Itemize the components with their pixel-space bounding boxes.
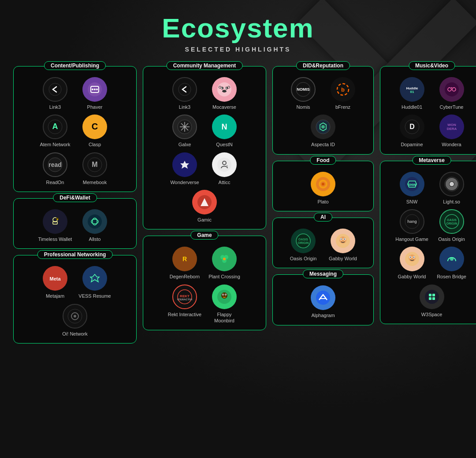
item-alphagram[interactable]: Alphagram — [305, 285, 341, 318]
gabby-meta-label: Gabby World — [398, 273, 426, 280]
item-wondera[interactable]: WONDERA Wondera — [434, 114, 469, 148]
dopamine-label: Dopamine — [401, 141, 423, 148]
column-3: DID&Reputation NOMIS Nomis b bFrenz — [272, 66, 374, 325]
ai-items: OASISORIGIN Oasis Origin Gabby World — [277, 229, 369, 262]
item-rekt-interactive[interactable]: REKTINTERACTIVE Rekt Interactive — [167, 284, 202, 324]
item-galxe[interactable]: Galxe — [167, 114, 202, 148]
item-bfrenz[interactable]: b bFrenz — [325, 77, 361, 110]
item-oi-network[interactable]: Oi! Network — [57, 304, 93, 337]
svg-text:ORIGIN: ORIGIN — [298, 241, 309, 244]
item-w3space[interactable]: W3Space — [414, 284, 450, 318]
content-publishing-items: Link3 Phaver A Atem Network — [18, 77, 132, 185]
wonderverse-icon — [172, 152, 197, 177]
svg-text:SNW: SNW — [408, 183, 416, 187]
svg-point-32 — [226, 88, 227, 89]
bfrenz-icon: b — [331, 77, 355, 102]
svg-point-27 — [178, 83, 191, 96]
svg-point-31 — [221, 88, 223, 89]
defi-items: ★ Timeless Wallet Allsto — [18, 209, 132, 242]
item-dopamine[interactable]: D Dopamine — [394, 114, 430, 148]
item-wonderverse[interactable]: Wonderverse — [167, 152, 202, 185]
item-gabby-world-meta[interactable]: Gabby World — [394, 247, 430, 280]
item-snw[interactable]: SNW SNW — [394, 172, 430, 205]
item-phaver[interactable]: Phaver — [77, 77, 112, 110]
item-plato[interactable]: Plato — [305, 172, 341, 205]
lightso-icon — [439, 172, 464, 196]
svg-text:read: read — [48, 161, 62, 168]
page-subtitle: SELECTED HIGHLIGHTS — [13, 46, 463, 53]
game-items: R DegenReborn Plant Crossing REKTINTERAC… — [148, 247, 261, 324]
readon-label: ReadOn — [46, 179, 64, 185]
item-plant-crossing[interactable]: Plant Crossing — [207, 247, 242, 280]
svg-point-87 — [316, 291, 330, 305]
page-title: Ecosystem — [13, 13, 463, 43]
svg-text:Meta: Meta — [49, 276, 61, 281]
item-aspecta-id[interactable]: Aspecta ID — [305, 114, 341, 148]
phaver-label: Phaver — [87, 104, 103, 110]
item-gabby-world-ai[interactable]: Gabby World — [325, 229, 361, 262]
oasis-ai-icon: OASISORIGIN — [291, 229, 316, 253]
item-atem-network[interactable]: A Atem Network — [37, 114, 73, 148]
plato-icon — [311, 172, 335, 196]
item-readon[interactable]: read ReadOn — [37, 152, 73, 185]
svg-point-26 — [74, 315, 76, 318]
svg-point-56 — [223, 258, 226, 260]
degenreborn-icon: R — [172, 247, 197, 271]
item-oasis-origin-meta[interactable]: OASISORIGIN Oasis Origin — [434, 209, 469, 242]
section-content-publishing: Content/Publishing Link3 Phaver — [13, 66, 137, 192]
cybertune-label: CyberTune — [439, 104, 463, 110]
item-timeless-wallet[interactable]: ★ Timeless Wallet — [37, 209, 73, 242]
link3-label: Link3 — [49, 104, 61, 110]
svg-text:OASIS: OASIS — [298, 238, 308, 241]
svg-text:D: D — [409, 123, 415, 130]
svg-point-19 — [88, 214, 102, 229]
item-cybertune[interactable]: CyberTune — [434, 77, 469, 110]
section-defi-wallet: DeFi&Wallet ★ Timeless Wallet Allsto — [13, 198, 137, 249]
item-vess-resume[interactable]: VESS Resume — [77, 266, 112, 299]
item-rosen-bridge[interactable]: Rosen Bridge — [434, 247, 469, 280]
item-lightso[interactable]: Light.so — [434, 172, 469, 205]
item-mocaverse[interactable]: Mocaverse — [207, 77, 242, 110]
item-link3[interactable]: Link3 — [37, 77, 73, 110]
huddle-icon: Huddle01 — [400, 77, 424, 102]
lightso-label: Light.so — [443, 199, 460, 205]
timeless-icon: ★ — [43, 209, 67, 234]
section-game: Game R DegenReborn Plant Crossing — [143, 236, 266, 330]
svg-text:A: A — [52, 122, 58, 131]
item-huddle01[interactable]: Huddle01 Huddle01 — [394, 77, 430, 110]
item-clasp[interactable]: C Clasp — [77, 114, 112, 148]
link3-cm-icon — [172, 77, 197, 102]
item-memebook[interactable]: M Memebook — [77, 152, 112, 185]
item-metajam[interactable]: Meta Metajam — [37, 266, 73, 299]
plato-label: Plato — [317, 199, 328, 205]
section-title-music: Music&Video — [409, 61, 455, 70]
svg-point-117 — [413, 257, 414, 258]
item-degen-reborn[interactable]: R DegenReborn — [167, 247, 202, 280]
aspecta-icon — [311, 114, 335, 139]
item-link3-cm[interactable]: Link3 — [167, 77, 202, 110]
svg-text:R: R — [182, 255, 187, 262]
item-atticc[interactable]: Atticc — [207, 152, 242, 185]
clasp-icon: C — [82, 114, 107, 139]
column-4: Music&Video Huddle01 Huddle01 CyberTune — [380, 66, 476, 324]
svg-point-4 — [94, 89, 96, 90]
svg-text:b: b — [341, 86, 345, 93]
item-gamic[interactable]: Gamic — [187, 190, 222, 223]
oi-label: Oi! Network — [62, 331, 87, 337]
memebook-label: Memebook — [83, 179, 107, 185]
section-title-metaverse: Metaverse — [412, 156, 451, 165]
flappy-icon — [212, 284, 237, 309]
section-community-management: Community Management Link3 Mocaverse — [143, 66, 266, 229]
item-hangout-game[interactable]: hang Hangout Game — [394, 209, 430, 242]
item-nomis[interactable]: NOMIS Nomis — [286, 77, 321, 110]
item-oasis-origin-ai[interactable]: OASISORIGIN Oasis Origin — [286, 229, 321, 262]
did-items: NOMIS Nomis b bFrenz Aspec — [277, 77, 369, 148]
svg-text:M: M — [92, 161, 97, 168]
svg-rect-123 — [429, 297, 431, 300]
item-questn[interactable]: N QuestN — [207, 114, 242, 148]
item-flappy-moonbird[interactable]: Flappy Moonbird — [207, 284, 242, 324]
item-allsto[interactable]: Allsto — [77, 209, 112, 242]
questn-label: QuestN — [216, 141, 232, 148]
w3space-icon — [420, 284, 444, 309]
community-items: Link3 Mocaverse Galxe — [148, 77, 261, 223]
